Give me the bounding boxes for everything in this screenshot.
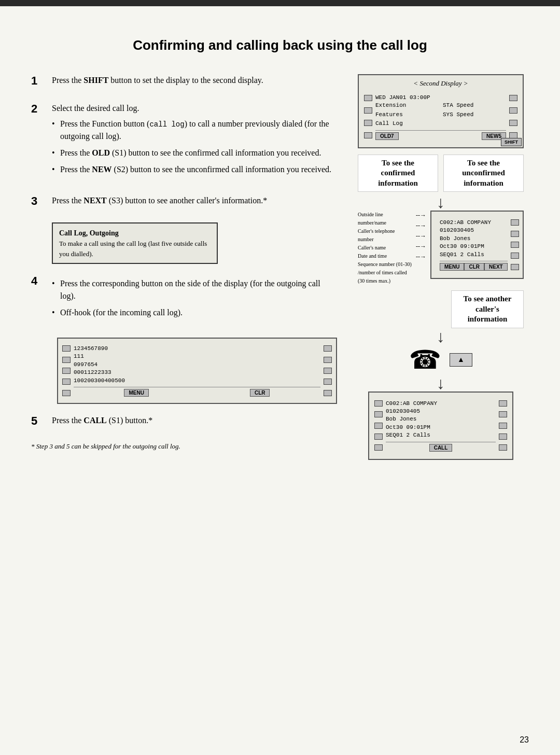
list-left-btn-5[interactable] [62, 390, 71, 396]
sd-left-btn-2[interactable] [364, 107, 372, 114]
list-right-btn-5[interactable] [324, 390, 332, 396]
step-1-content: Press the SHIFT button to set the displa… [52, 74, 263, 87]
ci-right-btn-4[interactable] [511, 253, 519, 259]
step-2-bullet-2: Press the OLD (S1) button to see the con… [52, 147, 337, 159]
call-info-labels: Outside line number/name Caller's teleph… [358, 211, 412, 285]
final-right-btn-3[interactable] [499, 423, 507, 429]
ci-menu-btn[interactable]: MENU [440, 263, 464, 271]
list-right-btn-4[interactable] [324, 379, 332, 385]
second-display-title: < Second Display > [364, 79, 517, 88]
sd-bottom-buttons: OLD7 NEW5 [375, 130, 506, 140]
page-number: 23 [520, 735, 529, 745]
ci-right-btn-2[interactable] [511, 231, 519, 237]
sd-call-log: Call Log [375, 120, 439, 128]
second-display-right-buttons [509, 91, 517, 143]
final-right-btn-1[interactable] [499, 400, 507, 407]
list-left-btn-2[interactable] [62, 357, 71, 363]
call-info-display-box: C002:AB COMPANY 0102030405 Bob Jones Oct… [430, 211, 524, 279]
ci-arrow-4: --→ [416, 243, 426, 250]
step-2-content: Select the desired call log. Press the F… [52, 102, 337, 180]
list-left-btn-1[interactable] [62, 345, 71, 352]
final-inner-display: C002:AB COMPANY 0102030405 Bob Jones Oct… [383, 397, 499, 455]
list-menu-btn[interactable]: MENU [124, 389, 148, 397]
step-3: 3 Press the NEXT (S3) button to see anot… [31, 194, 337, 208]
list-display-wrapper: 1234567890 111 0997654 00011222333 10020… [57, 338, 337, 404]
sd-right-btn-2[interactable] [509, 107, 517, 114]
call-info-arrows: --→ --→ --→ --→ --→ [416, 211, 426, 261]
handset-section: ☎ ▲ [409, 345, 472, 375]
step-4-bullet-2: Off-hook (for the incoming call log). [52, 306, 337, 319]
ci-val-3: Bob Jones [440, 235, 508, 243]
ci-bottom-buttons: MENU CLR NEXT [440, 261, 508, 271]
ci-right-btn-5[interactable] [511, 264, 519, 270]
final-line-3: Bob Jones [386, 415, 496, 423]
final-right-btn-4[interactable] [499, 434, 507, 440]
ci-val-2: 0102030405 [440, 227, 508, 234]
ci-right-btn-1[interactable] [511, 219, 519, 226]
phone-handset-icon: ☎ [409, 345, 441, 375]
ci-right-btn-3[interactable] [511, 242, 519, 248]
another-caller-label: To see anothercaller'sinformation [451, 290, 524, 328]
ci-clr-btn[interactable]: CLR [464, 263, 484, 271]
ci-val-5: SEQ01 2 Calls [440, 251, 508, 259]
step-5: 5 Press the CALL (S1) button.* [31, 414, 337, 428]
up-arrow-button[interactable]: ▲ [450, 353, 472, 367]
old-btn[interactable]: OLD7 [375, 132, 399, 140]
list-clr-btn[interactable]: CLR [250, 389, 270, 397]
sd-right-btn-3[interactable] [509, 120, 517, 126]
ci-val-4: Oct30 09:01PM [440, 243, 508, 250]
shift-button[interactable]: SHIFT [501, 138, 522, 146]
step-2-bullet-1: Press the Function button (call log) to … [52, 118, 337, 143]
final-bottom-buttons: CALL [386, 442, 496, 452]
final-left-btn-2[interactable] [374, 411, 383, 417]
ci-label-6: /number of times called [358, 269, 412, 277]
call-info-labels-col: Outside line number/name Caller's teleph… [358, 211, 412, 285]
calllog-text: To make a call using the call log (last … [59, 239, 211, 259]
call-info-section: Outside line number/name Caller's teleph… [358, 211, 524, 285]
ci-arrow-1: --→ [416, 212, 426, 219]
list-right-btn-3[interactable] [324, 368, 332, 374]
sd-left-btn-3[interactable] [364, 120, 372, 126]
step-2-bullet-3: Press the NEW (S2) button to see the unc… [52, 163, 337, 176]
ci-label-5: Sequence number (01-30) [358, 260, 412, 269]
ci-label-4: Date and time [358, 252, 412, 260]
page-title: Confirming and calling back using the ca… [31, 37, 529, 53]
ci-arrow-5: --→ [416, 253, 426, 261]
second-display-wrapper: < Second Display > WED JAN01 03:00P Exte… [358, 74, 524, 148]
sd-left-btn-1[interactable] [364, 95, 372, 101]
step-5-content: Press the CALL (S1) button.* [52, 414, 152, 427]
final-line-4: Oct30 09:01PM [386, 424, 496, 431]
final-right-btn-2[interactable] [499, 411, 507, 417]
step-4-bullet-1: Press the corresponding button on the si… [52, 277, 337, 302]
final-left-buttons [374, 397, 383, 455]
sd-left-btn-4[interactable] [364, 132, 372, 138]
final-left-btn-3[interactable] [374, 423, 383, 429]
left-column: 1 Press the SHIFT button to set the disp… [31, 74, 337, 451]
sd-extension: Extension [375, 102, 439, 109]
sd-features-grid: Extension STA Speed Features SYS Speed C… [375, 102, 506, 128]
sd-sta-speed: STA Speed [443, 102, 506, 109]
arrow-to-call-info: ↓ [437, 194, 445, 211]
final-left-btn-1[interactable] [374, 400, 383, 407]
sd-right-btn-1[interactable] [509, 95, 517, 101]
final-right-btn-5[interactable] [499, 444, 507, 451]
second-display-inner: WED JAN01 03:00P Extension STA Speed Fea… [372, 91, 509, 143]
list-right-btn-2[interactable] [324, 357, 332, 363]
list-left-btn-4[interactable] [62, 379, 71, 385]
ci-label-3: Caller's name [358, 244, 412, 252]
final-call-btn[interactable]: CALL [429, 444, 453, 452]
final-left-btn-5[interactable] [374, 444, 383, 451]
final-line-5: SEQ01 2 Calls [386, 431, 496, 439]
ci-next-btn[interactable]: NEXT [484, 263, 508, 271]
list-line-1: 1234567890 [74, 345, 320, 353]
step-number-5: 5 [31, 414, 44, 428]
list-left-btn-3[interactable] [62, 368, 71, 374]
step-2-bullets: Press the Function button (call log) to … [52, 118, 337, 176]
calllog-title: Call Log, Outgoing [59, 228, 211, 239]
final-left-btn-4[interactable] [374, 434, 383, 440]
final-right-buttons [499, 397, 507, 455]
list-right-btn-1[interactable] [324, 345, 332, 352]
ci-label-1: Outside line number/name [358, 211, 412, 227]
arrow-to-handset: ↓ [437, 328, 445, 345]
step-4-bullets: Press the corresponding button on the si… [52, 277, 337, 319]
